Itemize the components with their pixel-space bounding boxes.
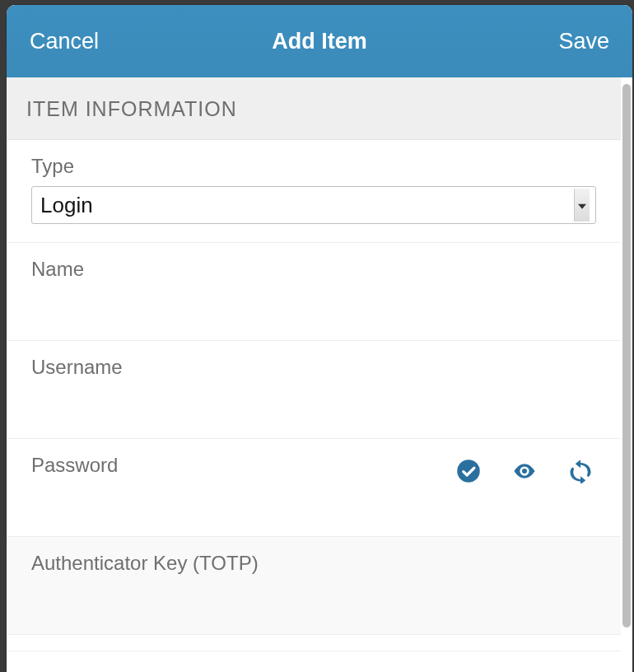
dialog-header: Cancel Add Item Save <box>7 5 632 77</box>
password-row: Password <box>7 439 621 537</box>
password-label: Password <box>31 454 456 477</box>
password-input[interactable] <box>31 485 596 518</box>
cancel-button[interactable]: Cancel <box>30 29 112 54</box>
totp-label: Authenticator Key (TOTP) <box>31 552 596 575</box>
spacer <box>7 635 621 651</box>
type-label: Type <box>31 155 596 178</box>
username-input[interactable] <box>31 387 596 420</box>
check-circle-icon[interactable] <box>456 459 481 483</box>
name-input[interactable] <box>31 289 596 322</box>
dialog-title: Add Item <box>112 29 527 54</box>
refresh-icon[interactable] <box>568 459 593 483</box>
username-row: Username <box>7 341 621 439</box>
name-row: Name <box>7 243 621 341</box>
svg-point-1 <box>522 469 527 474</box>
section-header: ITEM INFORMATION <box>7 77 621 140</box>
eye-icon[interactable] <box>512 459 537 483</box>
svg-point-0 <box>457 460 480 483</box>
type-select[interactable]: Login <box>31 186 596 224</box>
scrollbar[interactable] <box>621 77 632 672</box>
totp-row: Authenticator Key (TOTP) <box>7 537 621 635</box>
save-button[interactable]: Save <box>527 29 609 54</box>
totp-input[interactable] <box>31 583 596 616</box>
form-content: ITEM INFORMATION Type Login Name Usernam… <box>7 77 621 672</box>
password-icon-group <box>456 454 596 483</box>
name-label: Name <box>31 258 596 281</box>
scroll-thumb[interactable] <box>622 84 631 628</box>
add-item-dialog: Cancel Add Item Save ITEM INFORMATION Ty… <box>7 5 632 672</box>
username-label: Username <box>31 356 596 379</box>
type-row: Type Login <box>7 140 621 243</box>
